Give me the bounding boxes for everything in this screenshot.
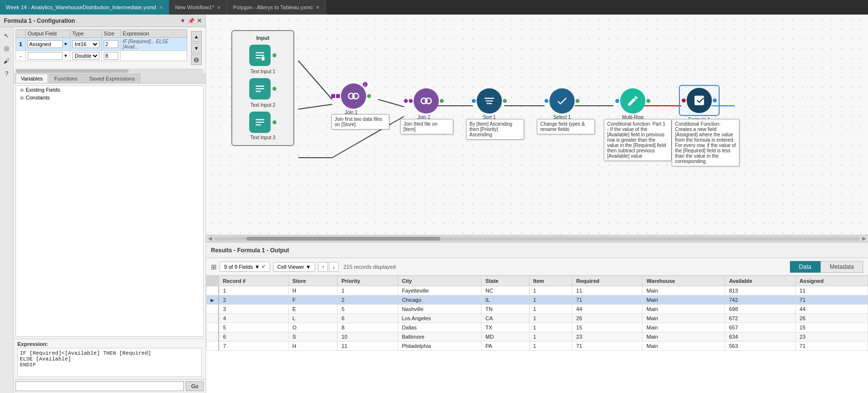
- target-icon[interactable]: ◎: [1, 43, 12, 53]
- text-input-1-node[interactable]: [249, 45, 276, 66]
- cursor-icon[interactable]: ↖: [1, 30, 12, 41]
- port-out-mrow1: [646, 99, 650, 103]
- size-input-1[interactable]: [104, 40, 118, 48]
- var-tree: ⊕ Existing Fields ⊕ Constants: [16, 85, 204, 337]
- col-header-store[interactable]: Store: [289, 276, 338, 286]
- table-row[interactable]: 7H11PhiladelphiaPA171Main56371: [207, 342, 868, 351]
- move-down-button[interactable]: ▼: [191, 43, 202, 53]
- fields-dropdown-arrow[interactable]: ▼: [255, 264, 260, 270]
- tree-constants[interactable]: ⊕ Constants: [16, 94, 203, 101]
- tab-2[interactable]: Polygon - Alteryx to Tableau.yxmc ✕: [227, 0, 326, 15]
- right-side: Input Text Input 1 Text Input 2: [206, 15, 868, 393]
- col-header-required[interactable]: Required: [572, 276, 643, 286]
- formula-1-node[interactable]: Formula 1: [679, 85, 720, 122]
- row-indicator: [207, 342, 219, 351]
- text-input-1-label: Text Input 1: [250, 69, 275, 74]
- col-header-available[interactable]: Available: [725, 276, 795, 286]
- table-row[interactable]: 1H1FayettevilleNC111Main81311: [207, 286, 868, 295]
- type-select-2[interactable]: Double Int16: [72, 52, 99, 60]
- sort-asc-button[interactable]: ↑: [318, 262, 328, 272]
- table-header-row: Record # Store Priority City State Item …: [207, 276, 868, 286]
- row-available: 563: [725, 342, 795, 351]
- dropdown-arrow-2[interactable]: ▼: [64, 53, 68, 58]
- row-warehouse: Main: [643, 323, 725, 332]
- formula-1-icon: [687, 88, 712, 113]
- port-out-select1: [576, 99, 579, 103]
- tree-existing-fields[interactable]: ⊕ Existing Fields: [16, 86, 203, 94]
- arrow-down-icon[interactable]: ▼: [180, 17, 186, 24]
- table-row[interactable]: ▶2F2ChicagoIL171Main74271: [207, 295, 868, 305]
- tab-functions[interactable]: Functions: [49, 74, 83, 83]
- expression-area: Expression: IF [Required]<[Available] TH…: [14, 339, 206, 379]
- fields-button[interactable]: 9 of 9 Fields ▼ ✓: [220, 262, 270, 272]
- dropdown-arrow-1[interactable]: ▼: [64, 42, 68, 47]
- cell-viewer-dropdown-arrow[interactable]: ▼: [305, 264, 311, 270]
- tab-saved-expressions[interactable]: Saved Expressions: [84, 74, 140, 83]
- table-row[interactable]: 3E5NashvilleTN144Main69844: [207, 305, 868, 314]
- metadata-tab-button[interactable]: Metadata: [820, 261, 863, 273]
- grid-icon[interactable]: ⊞: [211, 263, 217, 271]
- row-item: 1: [529, 295, 572, 305]
- row-priority: 10: [338, 332, 398, 342]
- move-up-button[interactable]: ▲: [191, 31, 202, 42]
- text-input-2-node[interactable]: [249, 78, 276, 99]
- text-input-3-node[interactable]: [249, 112, 276, 133]
- field-input-2[interactable]: [28, 52, 63, 60]
- row-store: H: [289, 342, 338, 351]
- tab-1[interactable]: New Workflow1* ✕: [169, 0, 227, 15]
- canvas-area[interactable]: Input Text Input 1 Text Input 2: [206, 15, 868, 243]
- results-table-container[interactable]: Record # Store Priority City State Item …: [206, 276, 868, 393]
- canvas-scrollbar[interactable]: ◀ ▶: [206, 235, 868, 242]
- table-row[interactable]: 5O8DallasTX115Main65715: [207, 323, 868, 332]
- help-icon[interactable]: ?: [1, 68, 12, 79]
- col-header-priority[interactable]: Priority: [338, 276, 398, 286]
- text-input-2-icon: [249, 78, 271, 99]
- text-input-1-icon: [249, 45, 271, 66]
- col-header-city[interactable]: City: [398, 276, 481, 286]
- tree-label-existing: Existing Fields: [26, 87, 60, 93]
- search-input[interactable]: [16, 381, 184, 391]
- col-header-warehouse[interactable]: Warehouse: [643, 276, 725, 286]
- table-row[interactable]: 4L6Los AngelesCA126Main67226: [207, 314, 868, 323]
- col-output-field-header: Output Field: [26, 30, 70, 38]
- tab-variables[interactable]: Variables: [16, 74, 48, 83]
- col-header-assigned[interactable]: Assigned: [795, 276, 868, 286]
- table-row[interactable]: 6S10BaltimoreMD123Main63423: [207, 332, 868, 342]
- table-scrollbar[interactable]: [16, 69, 204, 73]
- pin-icon[interactable]: 📌: [188, 17, 195, 24]
- tab-close-0[interactable]: ✕: [159, 5, 163, 10]
- join-1-node[interactable]: L Join 1: [331, 83, 371, 115]
- row-indicator: [207, 323, 219, 332]
- col-header-record[interactable]: Record #: [219, 276, 289, 286]
- size-input-2[interactable]: [104, 52, 118, 60]
- close-panel-icon[interactable]: ✕: [197, 17, 202, 24]
- expression-code[interactable]: IF [Required]<[Available] THEN [Required…: [17, 348, 202, 377]
- expression-label: Expression:: [17, 341, 202, 347]
- row-priority: 8: [338, 323, 398, 332]
- row-num: 2: [219, 295, 289, 305]
- row-assigned: 23: [795, 332, 868, 342]
- row-type-2: Double Int16: [70, 51, 101, 61]
- port-in-mrow1: [615, 99, 619, 103]
- tab-0[interactable]: Week 14 - Analytics_WarehouseDistributio…: [0, 0, 169, 15]
- go-button[interactable]: Go: [186, 381, 204, 391]
- row-assigned: 71: [795, 342, 868, 351]
- tab-close-1[interactable]: ✕: [217, 5, 221, 10]
- data-tab-button[interactable]: Data: [790, 261, 820, 273]
- select-1-node[interactable]: Select 1: [545, 88, 579, 120]
- delete-row-button[interactable]: ⊖: [191, 54, 202, 65]
- scroll-right-icon[interactable]: ▶: [862, 235, 866, 242]
- row-indicator: [207, 305, 219, 314]
- field-input-1[interactable]: [28, 40, 63, 48]
- join-2-node[interactable]: Join 2: [404, 88, 444, 120]
- pin-icons: ▼ 📌 ✕: [180, 17, 202, 24]
- col-header-state[interactable]: State: [482, 276, 529, 286]
- sort-desc-button[interactable]: ↓: [329, 262, 338, 272]
- cell-viewer-button[interactable]: Cell Viewer ▼: [273, 262, 315, 272]
- col-header-item[interactable]: Item: [529, 276, 572, 286]
- scroll-left-icon[interactable]: ◀: [208, 235, 212, 242]
- brush-icon[interactable]: 🖌: [1, 55, 12, 66]
- tab-close-2[interactable]: ✕: [316, 5, 320, 10]
- type-select-1[interactable]: Int16 Double String: [72, 40, 99, 48]
- sort-1-node[interactable]: Sort 1: [472, 88, 507, 120]
